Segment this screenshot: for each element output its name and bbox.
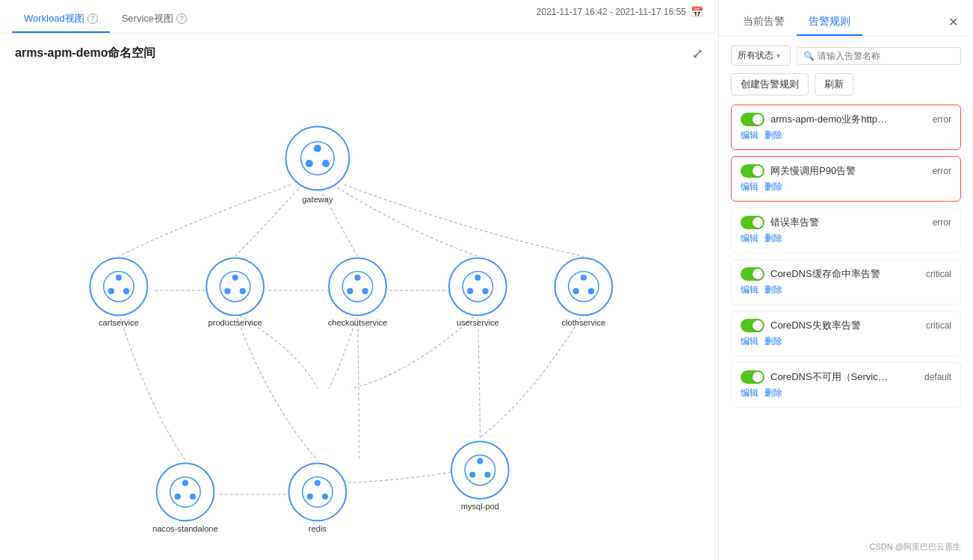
- node-mysql-pod[interactable]: mysql-pod: [451, 441, 509, 511]
- alert-item-3-row: 错误率告警 error: [741, 216, 951, 229]
- svg-point-12: [206, 258, 264, 315]
- svg-text:mysql-pod: mysql-pod: [461, 502, 499, 511]
- alert-item-3: 错误率告警 error 编辑 删除: [731, 208, 961, 253]
- svg-point-45: [307, 494, 313, 500]
- svg-point-22: [362, 288, 368, 294]
- alert-actions-6: 编辑 删除: [741, 387, 951, 399]
- svg-point-46: [322, 494, 328, 500]
- alert-item-4: CoreDNS缓存命中率告警 critical 编辑 删除: [731, 259, 961, 305]
- node-clothservice[interactable]: clothservice: [555, 258, 612, 327]
- svg-text:gateway: gateway: [302, 195, 333, 204]
- status-select[interactable]: 所有状态 ▾: [731, 46, 791, 66]
- tab-alert-rules[interactable]: 告警规则: [797, 9, 862, 36]
- filter-row: 所有状态 ▾ 🔍: [731, 46, 961, 66]
- alert-status-1: error: [933, 114, 951, 125]
- create-alert-rule-button[interactable]: 创建告警规则: [731, 73, 809, 96]
- svg-point-0: [285, 126, 349, 190]
- svg-point-9: [108, 288, 114, 294]
- left-panel: 2021-11-17 16:42 - 2021-11-17 16:55 📅 Wo…: [0, 0, 719, 560]
- right-panel-content: 所有状态 ▾ 🔍 创建告警规则 刷新: [719, 37, 973, 560]
- alert-toggle-3[interactable]: [741, 216, 764, 229]
- search-icon: 🔍: [803, 51, 815, 61]
- workload-help-icon[interactable]: ?: [87, 13, 98, 24]
- svg-point-8: [116, 275, 122, 281]
- search-box: 🔍: [797, 47, 961, 65]
- graph-area: arms-apm-demo命名空间 ⤢: [0, 34, 718, 560]
- alert-item-2: 网关慢调用P90告警 error 编辑 删除: [731, 156, 961, 202]
- right-panel-header: 当前告警 告警规则 ✕: [719, 0, 973, 37]
- svg-point-15: [224, 288, 230, 294]
- svg-point-39: [175, 494, 181, 500]
- chevron-down-icon: ▾: [776, 52, 780, 60]
- svg-point-27: [467, 288, 473, 294]
- calendar-icon: 📅: [691, 6, 703, 18]
- alert-item-5-row: CoreDNS失败率告警 critical: [741, 319, 951, 332]
- svg-text:productservice: productservice: [208, 318, 262, 327]
- alert-edit-3[interactable]: 编辑: [741, 232, 759, 245]
- tab-current-alerts[interactable]: 当前告警: [731, 9, 797, 36]
- alert-item-1-row: arms-apm-demo业务http协议慢调... error: [741, 113, 951, 126]
- alert-edit-2[interactable]: 编辑: [741, 181, 759, 193]
- alert-delete-4[interactable]: 删除: [764, 284, 782, 296]
- svg-point-33: [573, 288, 579, 294]
- alert-status-3: error: [933, 217, 951, 228]
- alert-actions-1: 编辑 删除: [741, 129, 951, 142]
- service-help-icon[interactable]: ?: [176, 13, 187, 24]
- svg-point-51: [469, 472, 475, 478]
- alert-toggle-2[interactable]: [741, 164, 764, 178]
- alert-actions-2: 编辑 删除: [741, 181, 951, 193]
- alert-delete-5[interactable]: 删除: [764, 335, 782, 348]
- tab-service[interactable]: Service视图 ?: [110, 6, 199, 33]
- svg-point-24: [449, 258, 507, 315]
- svg-point-18: [329, 258, 386, 315]
- refresh-button[interactable]: 刷新: [815, 73, 853, 96]
- expand-icon[interactable]: ⤢: [692, 46, 703, 62]
- svg-point-10: [123, 288, 129, 294]
- svg-point-34: [588, 288, 594, 294]
- alert-delete-6[interactable]: 删除: [764, 387, 782, 399]
- node-nacos-standalone[interactable]: nacos-standalone: [152, 464, 218, 533]
- alert-actions-5: 编辑 删除: [741, 335, 951, 348]
- alert-toggle-6[interactable]: [741, 370, 764, 384]
- svg-point-14: [232, 275, 238, 281]
- alert-edit-1[interactable]: 编辑: [741, 129, 759, 142]
- main-container: 2021-11-17 16:42 - 2021-11-17 16:55 📅 Wo…: [0, 0, 973, 560]
- svg-point-6: [90, 258, 147, 315]
- alert-item-6-row: CoreDNS不可用（Service级别） default: [741, 370, 951, 384]
- view-tabs: Workload视图 ? Service视图 ?: [12, 6, 199, 33]
- node-redis[interactable]: redis: [288, 464, 346, 533]
- alert-edit-5[interactable]: 编辑: [741, 335, 759, 348]
- close-button[interactable]: ✕: [945, 13, 961, 31]
- svg-point-16: [240, 288, 246, 294]
- svg-text:userservice: userservice: [457, 318, 499, 327]
- alert-name-6: CoreDNS不可用（Service级别）: [770, 370, 890, 384]
- node-gateway[interactable]: gateway: [285, 126, 349, 203]
- alert-item-4-row: CoreDNS缓存命中率告警 critical: [741, 267, 951, 281]
- svg-text:redis: redis: [309, 524, 327, 533]
- alert-delete-1[interactable]: 删除: [764, 129, 782, 142]
- topology-graph: gateway cartservice: [0, 34, 718, 560]
- alert-toggle-4[interactable]: [741, 267, 764, 281]
- footer-text: CSDN @阿里巴巴云原生: [870, 541, 961, 553]
- alert-status-6: default: [924, 372, 951, 382]
- node-cartservice[interactable]: cartservice: [90, 258, 147, 327]
- alert-toggle-5[interactable]: [741, 319, 764, 332]
- alert-delete-2[interactable]: 删除: [764, 181, 782, 193]
- alert-toggle-1[interactable]: [741, 113, 764, 126]
- node-userservice[interactable]: userservice: [449, 258, 507, 327]
- svg-point-21: [347, 288, 353, 294]
- svg-point-3: [306, 160, 313, 167]
- alert-name-1: arms-apm-demo业务http协议慢调...: [770, 113, 890, 126]
- namespace-title: arms-apm-demo命名空间: [15, 46, 155, 61]
- alert-edit-4[interactable]: 编辑: [741, 284, 759, 296]
- alert-edit-6[interactable]: 编辑: [741, 387, 759, 399]
- search-input[interactable]: [818, 51, 954, 61]
- svg-point-52: [484, 472, 490, 478]
- tab-workload[interactable]: Workload视图 ?: [12, 6, 110, 33]
- svg-text:clothservice: clothservice: [562, 318, 606, 327]
- svg-point-44: [315, 480, 321, 486]
- alert-delete-3[interactable]: 删除: [764, 232, 782, 245]
- right-tabs: 当前告警 告警规则: [731, 9, 862, 36]
- node-productservice[interactable]: productservice: [206, 258, 264, 327]
- node-checkoutservice[interactable]: checkoutservice: [328, 258, 388, 327]
